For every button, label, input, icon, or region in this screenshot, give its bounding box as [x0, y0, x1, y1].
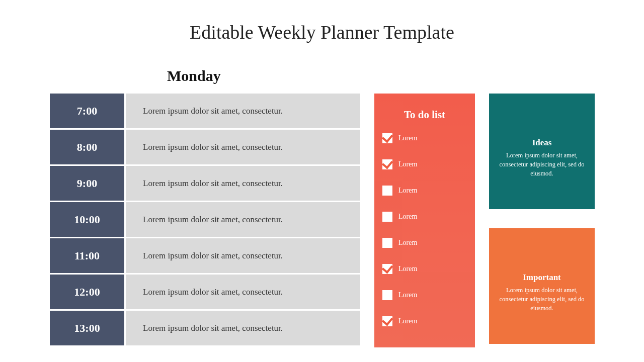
todo-label: Lorem [398, 291, 417, 299]
checkbox-icon[interactable] [382, 186, 392, 196]
right-column: Ideas Lorem ipsum dolor sit amet, consec… [489, 94, 595, 347]
todo-label: Lorem [398, 160, 417, 168]
table-row: 10:00Lorem ipsum dolor sit amet, consect… [50, 202, 360, 237]
page-title: Editable Weekly Planner Template [0, 0, 644, 43]
time-cell[interactable]: 8:00 [50, 130, 124, 164]
table-row: 9:00Lorem ipsum dolor sit amet, consecte… [50, 166, 360, 201]
desc-cell[interactable]: Lorem ipsum dolor sit amet, consectetur. [126, 238, 360, 273]
time-cell[interactable]: 7:00 [50, 94, 124, 128]
time-cell[interactable]: 10:00 [50, 202, 124, 237]
desc-cell[interactable]: Lorem ipsum dolor sit amet, consectetur. [126, 94, 360, 128]
checkbox-icon[interactable] [382, 290, 392, 300]
checkbox-icon[interactable] [382, 212, 392, 222]
table-row: 7:00Lorem ipsum dolor sit amet, consecte… [50, 94, 360, 128]
card-title: Ideas [498, 138, 586, 148]
todo-item: Lorem [382, 238, 467, 248]
desc-cell[interactable]: Lorem ipsum dolor sit amet, consectetur. [126, 130, 360, 164]
todo-item: Lorem [382, 159, 467, 169]
card-body: Lorem ipsum dolor sit amet, consectetur … [498, 151, 586, 178]
day-heading: Monday [167, 67, 221, 84]
todo-label: Lorem [398, 134, 417, 142]
desc-cell[interactable]: Lorem ipsum dolor sit amet, consectetur. [126, 311, 360, 345]
todo-label: Lorem [398, 265, 417, 273]
todo-item: Lorem [382, 133, 467, 143]
todo-label: Lorem [398, 317, 417, 325]
checkbox-icon[interactable] [382, 264, 392, 274]
checkbox-icon[interactable] [382, 133, 392, 143]
todo-label: Lorem [398, 187, 417, 195]
time-cell[interactable]: 9:00 [50, 166, 124, 201]
ideas-card[interactable]: Ideas Lorem ipsum dolor sit amet, consec… [489, 94, 595, 209]
todo-item: Lorem [382, 290, 467, 300]
schedule-table: 7:00Lorem ipsum dolor sit amet, consecte… [50, 94, 360, 347]
checkbox-icon[interactable] [382, 238, 392, 248]
table-row: 13:00Lorem ipsum dolor sit amet, consect… [50, 311, 360, 345]
content-area: 7:00Lorem ipsum dolor sit amet, consecte… [50, 94, 595, 347]
desc-cell[interactable]: Lorem ipsum dolor sit amet, consectetur. [126, 275, 360, 309]
card-body: Lorem ipsum dolor sit amet, consectetur … [498, 286, 586, 313]
todo-item: Lorem [382, 316, 467, 326]
checkbox-icon[interactable] [382, 159, 392, 169]
todo-item: Lorem [382, 264, 467, 274]
todo-item: Lorem [382, 186, 467, 196]
todo-label: Lorem [398, 213, 417, 221]
todo-item: Lorem [382, 212, 467, 222]
time-cell[interactable]: 12:00 [50, 275, 124, 309]
todo-label: Lorem [398, 239, 417, 247]
todo-panel: To do list Lorem Lorem Lorem Lorem Lorem… [374, 94, 475, 347]
desc-cell[interactable]: Lorem ipsum dolor sit amet, consectetur. [126, 202, 360, 237]
time-cell[interactable]: 13:00 [50, 311, 124, 345]
checkbox-icon[interactable] [382, 316, 392, 326]
desc-cell[interactable]: Lorem ipsum dolor sit amet, consectetur. [126, 166, 360, 201]
table-row: 11:00Lorem ipsum dolor sit amet, consect… [50, 238, 360, 273]
table-row: 8:00Lorem ipsum dolor sit amet, consecte… [50, 130, 360, 164]
todo-title: To do list [382, 109, 467, 121]
time-cell[interactable]: 11:00 [50, 238, 124, 273]
card-title: Important [498, 273, 586, 283]
table-row: 12:00Lorem ipsum dolor sit amet, consect… [50, 275, 360, 309]
important-card[interactable]: Important Lorem ipsum dolor sit amet, co… [489, 228, 595, 344]
